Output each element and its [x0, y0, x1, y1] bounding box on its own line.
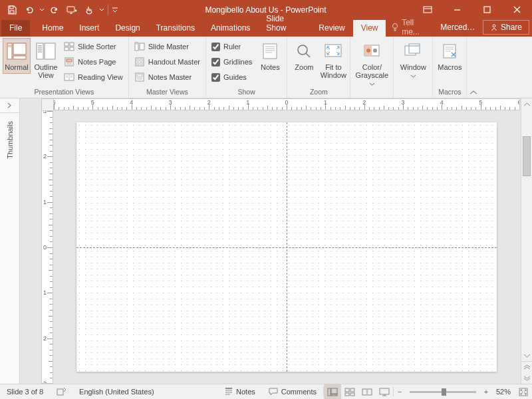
- slide-canvas[interactable]: [76, 122, 497, 372]
- normal-view-label: Normal: [5, 63, 28, 71]
- share-button[interactable]: Share: [483, 20, 529, 35]
- tab-design[interactable]: Design: [107, 20, 148, 37]
- zoom-in-button[interactable]: +: [480, 388, 492, 396]
- tab-view[interactable]: View: [353, 20, 386, 37]
- svg-rect-8: [13, 43, 26, 55]
- ribbon: Normal Outline View Slide Sorter Notes P…: [0, 37, 532, 98]
- svg-point-35: [366, 49, 370, 53]
- ruler-checkbox[interactable]: Ruler: [209, 39, 255, 54]
- svg-rect-49: [380, 388, 389, 394]
- handout-master-button[interactable]: Handout Master: [132, 55, 203, 69]
- notes-master-button[interactable]: Notes Master: [132, 70, 203, 84]
- ruler-corner: [41, 98, 53, 110]
- tab-home[interactable]: Home: [34, 20, 71, 37]
- collapse-ribbon-icon[interactable]: [467, 37, 480, 98]
- status-bar: Slide 3 of 8 English (United States) Not…: [0, 384, 532, 399]
- qat-separator: [108, 5, 108, 15]
- group-zoom: Zoom Fit to Window Zoom: [287, 37, 350, 98]
- vertical-scrollbar[interactable]: [521, 98, 532, 384]
- maximize-icon[interactable]: [472, 0, 502, 19]
- scroll-down-icon[interactable]: [521, 350, 532, 361]
- slide-master-icon: [134, 41, 145, 52]
- scrollbar-thumb[interactable]: [523, 136, 531, 176]
- touch-mode-icon[interactable]: [81, 2, 97, 18]
- fit-to-window-status-button[interactable]: [515, 384, 532, 400]
- svg-rect-44: [345, 388, 349, 392]
- gridlines-label: Gridlines: [223, 58, 252, 66]
- zoom-slider-handle[interactable]: [442, 388, 446, 396]
- tab-review[interactable]: Review: [311, 20, 352, 37]
- gridlines-checkbox-input[interactable]: [211, 58, 220, 66]
- notes-master-label: Notes Master: [148, 73, 192, 81]
- language-indicator[interactable]: English (United States): [72, 388, 161, 396]
- macros-label: Macros: [438, 63, 462, 71]
- prev-slide-icon[interactable]: [521, 361, 532, 372]
- slide-sorter-status-button[interactable]: [341, 384, 358, 400]
- window-button[interactable]: Window: [396, 38, 430, 82]
- window-controls: [412, 0, 532, 19]
- group-label-macros: Macros: [436, 86, 464, 98]
- close-icon[interactable]: [502, 0, 532, 19]
- zoom-percentage[interactable]: 52%: [492, 388, 515, 396]
- undo-dropdown-icon[interactable]: [39, 2, 45, 18]
- normal-view-status-button[interactable]: [324, 384, 341, 400]
- tab-file[interactable]: File: [1, 20, 30, 37]
- notes-button[interactable]: Notes: [256, 38, 284, 74]
- minimize-icon[interactable]: [442, 0, 472, 19]
- tell-me-search[interactable]: Tell me...: [386, 18, 434, 37]
- macros-icon: [439, 41, 460, 62]
- zoom-slider[interactable]: [410, 391, 476, 393]
- macros-button[interactable]: Macros: [436, 38, 464, 74]
- horizontal-ruler[interactable]: 6543210123456: [53, 98, 520, 110]
- notes-page-label: Notes Page: [78, 58, 116, 66]
- color-grayscale-button[interactable]: Color/ Grayscale: [353, 38, 390, 90]
- redo-icon[interactable]: [47, 2, 63, 18]
- group-label-show: Show: [209, 86, 284, 98]
- tell-me-label: Tell me...: [402, 18, 428, 37]
- guides-checkbox-input[interactable]: [211, 73, 220, 82]
- slideshow-status-button[interactable]: [376, 384, 393, 400]
- zoom-button[interactable]: Zoom: [290, 38, 318, 74]
- save-icon[interactable]: [4, 2, 20, 18]
- normal-view-button[interactable]: Normal: [3, 38, 31, 74]
- slide-sorter-button[interactable]: Slide Sorter: [61, 39, 126, 54]
- fit-to-window-button[interactable]: Fit to Window: [319, 38, 347, 82]
- vertical-ruler[interactable]: 3210123: [41, 110, 53, 384]
- tab-animations[interactable]: Animations: [203, 20, 258, 37]
- scroll-up-icon[interactable]: [521, 98, 532, 110]
- zoom-out-button[interactable]: −: [394, 388, 406, 396]
- canvas-area: 6543210123456 3210123: [20, 98, 532, 384]
- guides-checkbox[interactable]: Guides: [209, 70, 255, 84]
- spell-check-icon[interactable]: [50, 387, 72, 396]
- tab-slide-show[interactable]: Slide Show: [258, 11, 311, 37]
- ruler-checkbox-input[interactable]: [211, 43, 220, 51]
- tab-transitions[interactable]: Transitions: [148, 20, 203, 37]
- user-name[interactable]: Merced Fl...: [436, 23, 480, 32]
- touch-dropdown-icon[interactable]: [98, 2, 105, 18]
- ribbon-display-icon[interactable]: [412, 0, 442, 19]
- horizontal-guide[interactable]: [76, 247, 497, 248]
- normal-view-icon: [6, 41, 27, 62]
- qat-customize-icon[interactable]: [111, 2, 119, 18]
- start-from-beginning-icon[interactable]: [64, 2, 80, 18]
- next-slide-icon[interactable]: [521, 372, 532, 384]
- reading-view-status-button[interactable]: [358, 384, 376, 400]
- fit-to-window-icon: [323, 41, 344, 62]
- group-show: Ruler Gridlines Guides Notes Show: [206, 37, 287, 98]
- thumbnails-expand-icon[interactable]: [0, 98, 19, 113]
- comments-toggle[interactable]: Comments: [262, 388, 323, 396]
- reading-view-label: Reading View: [78, 73, 123, 81]
- tab-insert[interactable]: Insert: [71, 20, 107, 37]
- outline-view-button[interactable]: Outline View: [32, 38, 60, 82]
- notes-toggle[interactable]: Notes: [218, 388, 262, 396]
- svg-rect-16: [70, 47, 74, 51]
- reading-view-button[interactable]: Reading View: [61, 70, 126, 84]
- gridlines-checkbox[interactable]: Gridlines: [209, 55, 255, 69]
- svg-rect-30: [263, 44, 277, 59]
- zoom-label: Zoom: [295, 63, 313, 71]
- slide-master-button[interactable]: Slide Master: [132, 39, 203, 54]
- undo-icon[interactable]: [21, 2, 37, 18]
- svg-rect-18: [66, 59, 72, 62]
- slide-indicator[interactable]: Slide 3 of 8: [0, 388, 50, 396]
- notes-page-button[interactable]: Notes Page: [61, 55, 126, 69]
